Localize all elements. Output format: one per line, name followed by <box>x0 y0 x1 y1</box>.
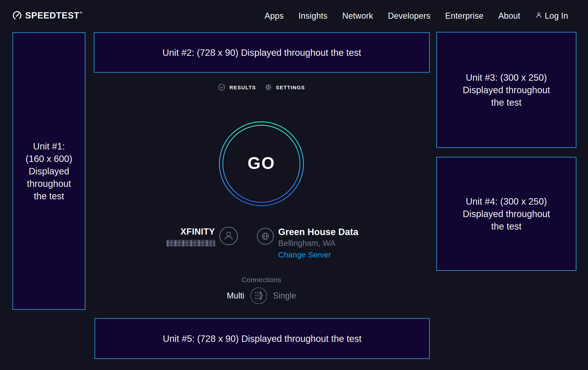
speed-test-panel: RESULTS SETTINGS <box>85 0 437 370</box>
go-ring-icon <box>219 203 304 207</box>
speedtest-logo[interactable]: SPEEDTEST® <box>12 10 83 21</box>
ad-unit-1-skyscraper: Unit #1: (160 x 600) Displayed throughou… <box>12 32 85 310</box>
connections-section: Connections Multi <box>85 276 437 304</box>
ad-unit-4-rectangle: Unit #4: (300 x 250) Displayed throughou… <box>436 157 577 271</box>
gear-icon <box>264 83 272 92</box>
go-button[interactable]: GO <box>219 121 304 206</box>
isp-name: XFINITY <box>180 227 215 237</box>
logo-wordmark: SPEEDTEST® <box>25 10 83 20</box>
ad-unit-3-rectangle: Unit #3: (300 x 250) Displayed throughou… <box>436 32 577 148</box>
user-icon <box>535 11 543 21</box>
isp-redacted-detail <box>167 240 215 246</box>
connections-label: Connections <box>242 276 281 284</box>
view-tabs: RESULTS SETTINGS <box>85 81 437 94</box>
change-server-link[interactable]: Change Server <box>278 250 331 259</box>
server-block: Green House Data Bellingham, WA Change S… <box>278 227 358 259</box>
connections-option-multi[interactable]: Multi <box>227 291 244 300</box>
server-name: Green House Data <box>278 227 358 237</box>
login-button[interactable]: Log In <box>535 11 568 21</box>
trademark-symbol: ® <box>80 10 83 15</box>
ad-unit-4-text: Unit #4: (300 x 250) Displayed throughou… <box>458 195 556 232</box>
server-location: Bellingham, WA <box>278 239 336 248</box>
go-label: GO <box>248 154 275 172</box>
connections-option-single[interactable]: Single <box>273 291 296 300</box>
server-globe-icon <box>257 228 274 246</box>
speedtest-page: SPEEDTEST® Apps Insights Network Develop… <box>0 0 588 370</box>
connection-info-row: XFINITY Green House Data <box>85 227 437 259</box>
gauge-icon <box>12 10 22 21</box>
tab-results[interactable]: RESULTS <box>218 83 256 92</box>
tab-settings[interactable]: SETTINGS <box>264 83 305 92</box>
isp-user-icon <box>219 227 238 246</box>
connections-toggle-row: Multi Single <box>227 287 296 304</box>
ad-unit-3-text: Unit #3: (300 x 250) Displayed throughou… <box>458 71 556 109</box>
nav-item-enterprise[interactable]: Enterprise <box>445 11 483 21</box>
nav-item-about[interactable]: About <box>498 11 520 21</box>
isp-block: XFINITY <box>165 227 215 246</box>
check-circle-icon <box>218 83 226 92</box>
connections-toggle-icon[interactable] <box>250 287 267 304</box>
ad-unit-1-text: Unit #1: (160 x 600) Displayed throughou… <box>24 140 74 202</box>
